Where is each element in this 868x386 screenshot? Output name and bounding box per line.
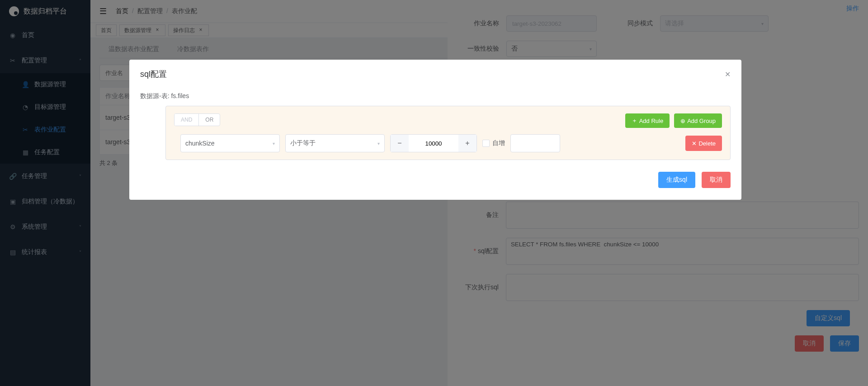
autoinc-checkbox[interactable]: 自增: [482, 139, 505, 147]
plus-icon: ＋: [632, 117, 637, 125]
and-option[interactable]: AND: [175, 114, 198, 126]
modal-source: 数据源-表: fs.files: [140, 92, 731, 100]
close-icon[interactable]: ✕: [725, 70, 731, 79]
plus-circle-icon: ⊕: [680, 118, 685, 124]
add-rule-button[interactable]: ＋Add Rule: [625, 113, 670, 128]
decrement-button[interactable]: −: [391, 135, 409, 152]
sql-config-modal: sql配置 ✕ 数据源-表: fs.files AND OR ＋Add Rule…: [129, 60, 741, 200]
increment-button[interactable]: +: [458, 135, 476, 152]
value-stepper: − +: [390, 134, 477, 152]
chevron-down-icon: ▾: [273, 141, 275, 146]
or-option[interactable]: OR: [198, 114, 220, 126]
query-builder: AND OR ＋Add Rule ⊕Add Group chunkSize▾ 小…: [165, 106, 731, 160]
delete-rule-button[interactable]: ✕Delete: [685, 136, 722, 151]
modal-title: sql配置: [140, 69, 167, 80]
rule-row: chunkSize▾ 小于等于▾ − + 自增 ✕Delete: [180, 134, 722, 152]
modal-cancel-button[interactable]: 取消: [702, 172, 731, 188]
value-input[interactable]: [409, 135, 458, 152]
generate-sql-button[interactable]: 生成sql: [658, 172, 695, 188]
checkbox-icon: [482, 140, 490, 147]
add-group-button[interactable]: ⊕Add Group: [674, 113, 722, 128]
x-icon: ✕: [692, 140, 697, 147]
autoinc-input[interactable]: [510, 134, 560, 152]
chevron-down-icon: ▾: [377, 141, 380, 146]
field-select[interactable]: chunkSize▾: [180, 134, 280, 152]
operator-select[interactable]: 小于等于▾: [285, 134, 385, 152]
and-or-toggle[interactable]: AND OR: [174, 113, 220, 126]
